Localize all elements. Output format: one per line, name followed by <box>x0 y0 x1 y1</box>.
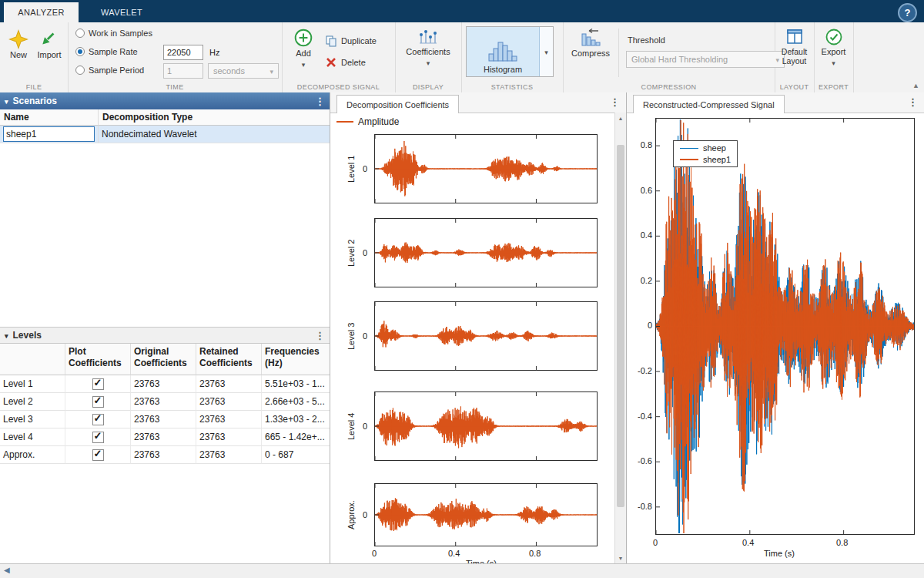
duplicate-button[interactable]: Duplicate <box>325 35 377 47</box>
tab-analyzer[interactable]: ANALYZER <box>4 2 79 22</box>
tab-wavelet[interactable]: WAVELET <box>86 2 157 22</box>
y-axis-label: Level 3 <box>346 301 356 371</box>
retained-coefficients-cell: 23763 <box>196 411 262 428</box>
scroll-down-button[interactable]: ▼ <box>615 553 626 564</box>
coefficients-button[interactable]: Coefficients <box>401 28 455 68</box>
delete-button[interactable]: Delete <box>325 56 366 69</box>
scrollbar-thumb[interactable] <box>617 145 624 507</box>
section-file: New Import FILE <box>0 22 69 92</box>
import-button[interactable]: Import <box>34 29 65 59</box>
tab-decomposition-coefficients[interactable]: Decomposition Coefficients <box>336 95 459 113</box>
level2-waveform-plot <box>374 218 598 287</box>
status-bar <box>0 563 924 578</box>
sample-period-input[interactable] <box>163 63 203 79</box>
radio-icon[interactable] <box>75 29 85 38</box>
y-tick-label: 0 <box>363 164 367 173</box>
y-tick-label: 0.6 <box>628 186 652 195</box>
radio-icon[interactable] <box>75 66 85 75</box>
tab-reconstructed-compressed-signal[interactable]: Reconstructed-Compressed Signal <box>633 95 785 113</box>
add-button[interactable]: Add <box>290 28 317 69</box>
panel-menu-icon[interactable]: ⋮ <box>315 96 325 107</box>
export-check-icon <box>825 28 843 46</box>
threshold-combo[interactable]: Global Hard Thresholding <box>626 51 785 68</box>
section-label-decomposed: DECOMPOSED SIGNAL <box>282 83 395 91</box>
legend-label: sheep <box>703 143 726 153</box>
radio-label: Sample Period <box>89 66 144 75</box>
level-row-label: Level 2 <box>0 393 65 411</box>
panel-menu-icon[interactable] <box>908 96 918 108</box>
sample-rate-input[interactable] <box>163 45 203 60</box>
plot-checkbox[interactable] <box>92 378 104 390</box>
y-tick-label: 0 <box>363 422 367 431</box>
wavelet-signal-analyzer-app: ANALYZER WAVELET ? New Import FILE Work <box>0 0 924 578</box>
scroll-up-button[interactable]: ▲ <box>615 113 626 124</box>
x-tick-label: 0.8 <box>529 549 541 558</box>
histogram-split-button: Histogram <box>466 26 554 77</box>
help-button[interactable]: ? <box>898 3 917 22</box>
y-tick-label: 0 <box>363 510 367 519</box>
chevron-down-icon <box>270 66 273 76</box>
duplicate-icon <box>325 35 337 47</box>
x-tick-label: 0.8 <box>836 538 848 547</box>
original-coefficients-cell: 23763 <box>131 411 196 428</box>
section-label-export: EXPORT <box>814 83 853 91</box>
collapse-triangle-icon[interactable] <box>5 96 13 106</box>
scenario-name-cell[interactable]: sheep1 <box>0 126 99 143</box>
level1-waveform-plot <box>374 134 598 203</box>
new-button[interactable]: New <box>5 29 32 59</box>
panel-menu-icon[interactable] <box>610 96 620 108</box>
new-label: New <box>10 50 27 59</box>
scenario-type-cell[interactable]: Nondecimated Wavelet <box>99 126 330 143</box>
retained-coefficients-cell: 23763 <box>196 375 262 393</box>
histogram-toggle-button[interactable]: Histogram <box>467 27 540 76</box>
legend-line-icon <box>680 148 698 149</box>
plot-checkbox[interactable] <box>92 432 104 443</box>
seconds-combo[interactable]: seconds <box>208 63 279 79</box>
x-tick-label: 0 <box>653 538 658 547</box>
plot-checkbox[interactable] <box>92 449 104 461</box>
level-row-label: Approx. <box>0 446 65 464</box>
collapse-triangle-icon[interactable] <box>5 330 13 341</box>
radio-label: Work in Samples <box>89 29 152 38</box>
histogram-icon <box>487 39 519 63</box>
radio-work-in-samples[interactable]: Work in Samples <box>75 29 152 38</box>
column-header-name: Name <box>0 109 99 126</box>
threshold-combo-value: Global Hard Thresholding <box>631 55 728 64</box>
delete-x-icon <box>325 56 337 69</box>
ribbon-collapse-icon[interactable] <box>912 82 919 89</box>
y-tick-label: -0.8 <box>628 502 652 511</box>
plot-checkbox[interactable] <box>92 396 104 408</box>
column-header-original: Original Coefficients <box>131 344 196 375</box>
scenario-name-edit[interactable]: sheep1 <box>3 126 95 142</box>
coefficients-label: Coefficients <box>406 47 450 56</box>
threshold-label: Threshold <box>628 35 665 45</box>
export-button[interactable]: Export <box>816 28 851 68</box>
add-plus-icon <box>293 28 313 48</box>
decomposition-tabbar: Decomposition Coefficients <box>330 92 626 113</box>
left-panel: Scenarios ⋮ Name Decomposition Type shee… <box>0 92 330 564</box>
panel-menu-icon[interactable]: ⋮ <box>315 330 325 341</box>
compress-button[interactable]: Compress <box>569 28 612 58</box>
default-layout-label: Default Layout <box>777 47 812 66</box>
import-label: Import <box>37 50 61 59</box>
radio-sample-rate[interactable]: Sample Rate <box>75 47 138 56</box>
decomposition-panel: Decomposition Coefficients Amplitude Lev… <box>330 92 627 564</box>
levels-header[interactable]: Levels ⋮ <box>0 327 330 344</box>
plot-checkbox-cell <box>65 411 131 428</box>
histogram-dropdown-button[interactable] <box>540 27 553 76</box>
original-coefficients-cell: 23763 <box>131 446 196 464</box>
legend-label: Amplitude <box>358 116 399 127</box>
chevron-down-icon <box>427 57 430 68</box>
default-layout-button[interactable]: Default Layout <box>777 28 812 66</box>
histogram-label: Histogram <box>484 65 522 74</box>
y-axis-label: Level 2 <box>346 218 356 287</box>
y-tick-label: -0.2 <box>628 366 652 375</box>
radio-sample-period[interactable]: Sample Period <box>75 66 144 75</box>
radio-selected-icon[interactable] <box>75 47 85 56</box>
scenarios-header[interactable]: Scenarios ⋮ <box>0 92 330 109</box>
plot-legend[interactable]: sheep sheep1 <box>673 140 738 167</box>
plot-checkbox[interactable] <box>92 414 104 425</box>
y-tick-label: 0 <box>363 248 367 257</box>
compress-label: Compress <box>571 49 610 58</box>
collapse-panel-icon[interactable] <box>4 566 10 574</box>
